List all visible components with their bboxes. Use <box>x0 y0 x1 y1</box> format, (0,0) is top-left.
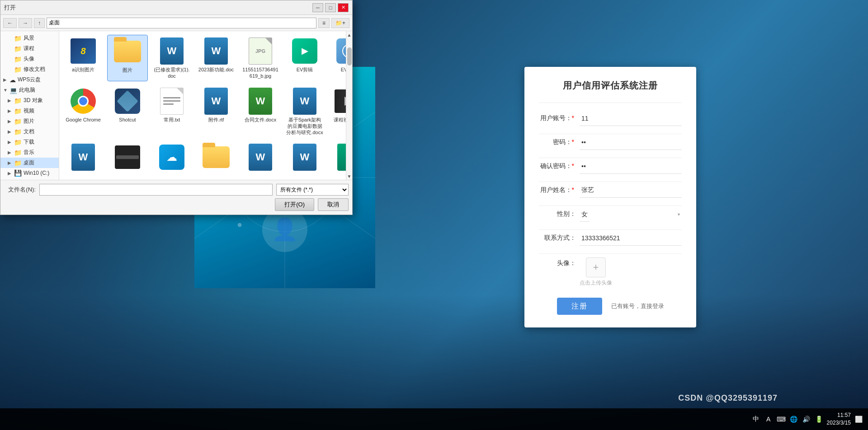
tree-item-video[interactable]: ▶ 📁 视频 <box>0 106 59 116</box>
tree-item-document[interactable]: ▶ 📁 文档 <box>0 126 59 137</box>
file-item-r3-3[interactable]: ☁ <box>151 141 192 174</box>
tree-item-desktop[interactable]: ▶ 📁 桌面 <box>0 158 59 168</box>
pc-icon: 💻 <box>9 87 17 94</box>
taskbar-input-icon[interactable]: 中 <box>751 414 761 424</box>
tree-label: 课程 <box>24 45 34 52</box>
taskbar-lang-icon[interactable]: A <box>764 414 774 424</box>
confirm-password-input[interactable] <box>580 159 682 174</box>
file-name: (已修改需求)(1).doc <box>153 66 190 79</box>
titlebar-buttons: ─ □ ✕ <box>312 3 349 12</box>
gender-select[interactable]: 女 男 <box>580 206 590 222</box>
contact-input[interactable] <box>580 230 682 246</box>
new-folder-button[interactable]: 📁+ <box>331 18 349 28</box>
forward-button[interactable]: → <box>19 18 32 28</box>
filename-input[interactable] <box>39 184 273 196</box>
folder-icon: 📁 <box>14 118 22 125</box>
file-dialog: 打开 ─ □ ✕ ← → ↑ ≡ 📁+ 📁 风景 📁 课程 <box>0 0 353 215</box>
password-input[interactable] <box>580 135 682 150</box>
tree-label: 文档 <box>24 128 34 136</box>
scroll-down-arrow[interactable]: ▼ <box>346 173 353 180</box>
file-item-r3-7[interactable]: S <box>329 141 346 174</box>
tree-label: 音乐 <box>24 149 34 156</box>
scroll-up-arrow[interactable]: ▲ <box>346 31 353 38</box>
file-item-doc2[interactable]: W 2023新功能.doc <box>196 35 236 81</box>
file-icon-r3-4 <box>202 143 231 172</box>
arrow-icon: ▶ <box>8 150 12 155</box>
file-item-jpg[interactable]: JPG 1155115736491619_b.jpg <box>240 35 281 81</box>
arrow-icon: ▶ <box>8 129 12 134</box>
file-item-r3-4[interactable] <box>196 141 236 174</box>
cancel-button[interactable]: 取消 <box>318 198 349 211</box>
taskbar-keyboard-icon[interactable]: ⌨ <box>776 414 786 424</box>
tree-label: 头像 <box>24 55 34 63</box>
file-item-pictures[interactable]: 图片 <box>107 35 148 81</box>
tree-item-xiugai[interactable]: 📁 修改文档 <box>0 64 59 75</box>
file-name: a识别图片 <box>72 66 94 73</box>
taskbar-show-desktop[interactable]: ⬜ <box>854 414 863 424</box>
close-button[interactable]: ✕ <box>338 3 349 12</box>
tree-item-kecheng[interactable]: 📁 课程 <box>0 43 59 54</box>
avatar-upload-button[interactable]: + <box>586 257 606 277</box>
up-button[interactable]: ↑ <box>34 18 45 28</box>
username-input[interactable] <box>580 111 682 126</box>
file-icon-shotcut <box>113 87 142 116</box>
realname-label: 用户姓名：* <box>539 186 580 194</box>
avatar-label: 头像： <box>539 257 580 267</box>
file-icon-aimg: 8 <box>69 37 98 65</box>
open-button[interactable]: 打开(O) <box>275 198 314 211</box>
maximize-button[interactable]: □ <box>325 3 336 12</box>
file-item-spark[interactable]: W 基于Spark架构的豆瓣电影数据分析与研究.docx <box>284 85 325 138</box>
file-item-rtf[interactable]: W 附件.rtf <box>196 85 236 138</box>
file-item-r3-2[interactable] <box>107 141 148 174</box>
file-item-shotcut[interactable]: Shotcut <box>107 85 148 138</box>
gender-label: 性别： <box>539 210 580 218</box>
tree-item-wps[interactable]: ▶ ☁ WPS云盘 <box>0 75 59 85</box>
clock-date: 2023/3/15 <box>827 419 851 427</box>
vertical-scrollbar[interactable]: ▲ ▼ <box>346 31 352 180</box>
file-item-ev-cut[interactable]: ▶ EV剪辑 <box>284 35 325 81</box>
tree-item-3d[interactable]: ▶ 📁 3D 对象 <box>0 95 59 106</box>
file-item-r3-6[interactable]: W <box>284 141 325 174</box>
scroll-thumb[interactable] <box>347 47 352 65</box>
file-item-ev-screen[interactable]: EV录屏 <box>329 35 346 81</box>
folder-icon: 📁 <box>14 97 22 104</box>
confirm-password-row: 确认密码：* <box>539 158 682 174</box>
username-label: 用户账号：* <box>539 114 580 122</box>
realname-input[interactable] <box>580 182 682 198</box>
taskbar-volume-icon[interactable]: 🔊 <box>802 414 811 424</box>
tree-panel: 📁 风景 📁 课程 📁 头像 📁 修改文档 ▶ ☁ WPS云盘 <box>0 31 59 180</box>
contact-label: 联系方式： <box>539 234 580 242</box>
file-item-r3-1[interactable]: W <box>63 141 104 174</box>
tree-item-touxiang[interactable]: 📁 头像 <box>0 54 59 64</box>
tree-item-picture[interactable]: ▶ 📁 图片 <box>0 116 59 126</box>
file-item-video[interactable]: 课程视频.mp4 <box>329 85 346 138</box>
address-bar[interactable] <box>47 18 316 28</box>
file-item-chrome[interactable]: Google Chrome <box>63 85 104 138</box>
filetype-select[interactable]: 所有文件 (*.*) <box>276 184 349 196</box>
taskbar-network-icon[interactable]: 🌐 <box>789 414 799 424</box>
file-name: 基于Spark架构的豆瓣电影数据分析与研究.docx <box>286 117 323 136</box>
file-item-doc1[interactable]: W (已修改需求)(1).doc <box>151 35 192 81</box>
dialog-body: 📁 风景 📁 课程 📁 头像 📁 修改文档 ▶ ☁ WPS云盘 <box>0 31 352 180</box>
tree-label: 3D 对象 <box>24 97 43 104</box>
arrow-icon: ▼ <box>3 88 8 93</box>
back-button[interactable]: ← <box>3 18 17 28</box>
gender-row: 性别： 女 男 ▾ <box>539 206 682 222</box>
login-link[interactable]: 已有账号，直接登录 <box>611 302 664 310</box>
file-item-txt[interactable]: 常用.txt <box>151 85 192 138</box>
taskbar-battery-icon[interactable]: 🔋 <box>814 414 824 424</box>
tree-item-c-drive[interactable]: ▶ 💾 Win10 (C:) <box>0 168 59 178</box>
view-button[interactable]: ≡ <box>318 18 330 28</box>
file-item-r3-5[interactable]: W <box>240 141 281 174</box>
tree-item-download[interactable]: ▶ 📁 下载 <box>0 137 59 147</box>
tree-item-music[interactable]: ▶ 📁 音乐 <box>0 147 59 158</box>
register-button[interactable]: 注册 <box>557 298 602 315</box>
arrow-icon: ▶ <box>8 119 12 124</box>
tree-item-thispc[interactable]: ▼ 💻 此电脑 <box>0 85 59 95</box>
username-row: 用户账号：* <box>539 110 682 126</box>
file-item-aimg[interactable]: 8 a识别图片 <box>63 35 104 81</box>
file-item-contract[interactable]: W 合同文件.docx <box>240 85 281 138</box>
tree-item-fengj[interactable]: 📁 风景 <box>0 33 59 43</box>
file-name: 图片 <box>123 67 132 73</box>
minimize-button[interactable]: ─ <box>312 3 323 12</box>
